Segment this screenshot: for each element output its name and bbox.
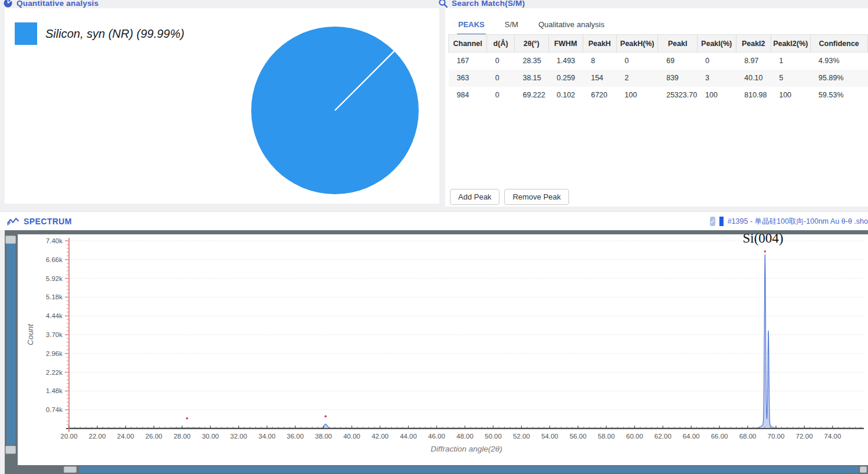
- svg-text:66.00: 66.00: [711, 433, 728, 440]
- svg-text:3.70k: 3.70k: [46, 331, 63, 338]
- tab-peaks[interactable]: PEAKS: [457, 17, 486, 35]
- svg-text:22.00: 22.00: [89, 433, 106, 440]
- peaks-table-container: Channeld(Å)2θ(°)FWHMPeakHPeakH(%)PeakIPe…: [448, 34, 868, 104]
- column-header: FWHM: [548, 35, 583, 53]
- svg-text:20.00: 20.00: [61, 433, 78, 440]
- table-header-row: Channeld(Å)2θ(°)FWHMPeakHPeakH(%)PeakIPe…: [449, 35, 868, 53]
- table-cell: 839: [658, 70, 697, 87]
- svg-text:Diffraction angle(2θ): Diffraction angle(2θ): [430, 444, 502, 453]
- svg-text:5.92k: 5.92k: [46, 275, 63, 282]
- svg-text:60.00: 60.00: [626, 433, 643, 440]
- svg-text:46.00: 46.00: [428, 433, 445, 440]
- search-match-panel: PEAKS S/M Qualitative analysis Channeld(…: [445, 8, 868, 207]
- spectrum-chart[interactable]: 0.74k1.48k2.22k2.96k3.70k4.44k5.18k5.92k…: [18, 234, 868, 465]
- svg-text:52.00: 52.00: [513, 433, 530, 440]
- horizontal-slider-bar[interactable]: [79, 466, 859, 473]
- quantitative-panel: Silicon, syn (NR) (99.99%): [5, 8, 439, 204]
- svg-text:2.96k: 2.96k: [46, 350, 63, 357]
- peaks-table: Channeld(Å)2θ(°)FWHMPeakHPeakH(%)PeakIPe…: [448, 34, 868, 104]
- svg-text:1.48k: 1.48k: [46, 387, 63, 394]
- spectrum-title: SPECTRUM: [24, 217, 72, 226]
- column-header: PeakI(%): [697, 35, 736, 53]
- svg-text:7.40k: 7.40k: [46, 237, 63, 244]
- pie-legend: Silicon, syn (NR) (99.99%): [15, 22, 185, 45]
- table-cell: 0: [487, 70, 515, 87]
- column-header: PeakI2: [736, 35, 771, 53]
- table-cell: 0.102: [548, 87, 583, 104]
- table-cell: 0: [697, 53, 736, 70]
- svg-text:68.00: 68.00: [739, 433, 757, 440]
- spectrum-wave-icon: [7, 217, 19, 225]
- table-cell: 25323.70: [658, 87, 697, 104]
- svg-text:58.00: 58.00: [598, 433, 615, 440]
- spectrum-legend-swatch: [719, 217, 723, 226]
- add-peak-button[interactable]: Add Peak: [450, 189, 499, 205]
- svg-text:30.00: 30.00: [202, 433, 219, 440]
- tab-bar: PEAKS S/M Qualitative analysis: [457, 17, 606, 35]
- spectrum-header: SPECTRUM ✓ #1395 - 单晶硅100取向-100nm Au θ-θ…: [0, 211, 868, 230]
- table-cell: 0: [487, 87, 515, 104]
- table-cell: 363: [449, 70, 487, 87]
- svg-text:34.00: 34.00: [258, 433, 275, 440]
- vertical-slider-bar[interactable]: [6, 244, 15, 444]
- table-cell: 2: [616, 70, 658, 87]
- table-cell: 69: [658, 53, 697, 70]
- spectrum-legend-label: #1395 - 单晶硅100取向-100nm Au θ-θ .sho: [728, 217, 868, 227]
- horizontal-slider-left-handle[interactable]: [64, 466, 77, 473]
- table-cell: 0: [487, 53, 515, 70]
- svg-text:28.00: 28.00: [173, 433, 190, 440]
- vertical-slider-bottom-handle[interactable]: [5, 446, 16, 454]
- svg-text:6.66k: 6.66k: [46, 256, 63, 263]
- spectrum-chart-container: 0.74k1.48k2.22k2.96k3.70k4.44k5.18k5.92k…: [18, 234, 868, 465]
- spectrum-title-group: SPECTRUM: [7, 217, 72, 226]
- pie-legend-label: Silicon, syn (NR) (99.99%): [45, 27, 185, 41]
- table-cell: 154: [583, 70, 616, 87]
- table-cell: 100: [616, 87, 658, 104]
- table-cell: 40.10: [736, 70, 771, 87]
- column-header: PeakI2(%): [771, 35, 810, 53]
- search-icon: [439, 0, 448, 8]
- spectrum-visibility-checkbox[interactable]: ✓: [710, 217, 715, 226]
- svg-text:50.00: 50.00: [485, 433, 502, 440]
- tab-sm[interactable]: S/M: [504, 17, 520, 35]
- horizontal-zoom-slider[interactable]: [5, 465, 868, 474]
- tab-qualitative-analysis[interactable]: Qualitative analysis: [537, 17, 606, 35]
- table-row[interactable]: 167028.351.493806908.9714.93%: [449, 53, 868, 70]
- horizontal-slider-right-handle[interactable]: [860, 466, 867, 473]
- svg-text:38.00: 38.00: [315, 433, 332, 440]
- table-cell: 59.53%: [810, 87, 867, 104]
- table-cell: 6720: [583, 87, 616, 104]
- vertical-slider-top-handle[interactable]: [5, 236, 16, 244]
- pie-legend-swatch: [15, 22, 37, 45]
- svg-text:44.00: 44.00: [400, 433, 417, 440]
- peak-annotation: Si(004): [732, 231, 794, 246]
- peak-buttons: Add Peak Remove Peak: [450, 189, 569, 205]
- table-cell: 810.98: [736, 87, 771, 104]
- svg-text:64.00: 64.00: [683, 433, 700, 440]
- table-cell: 100: [697, 87, 736, 104]
- pie-chart-icon: [4, 0, 12, 8]
- vertical-zoom-slider[interactable]: [5, 234, 18, 465]
- table-row[interactable]: 984069.2220.102672010025323.70100810.981…: [449, 87, 868, 104]
- svg-text:74.00: 74.00: [824, 433, 841, 440]
- table-cell: 8: [583, 53, 616, 70]
- column-header: PeakH(%): [616, 35, 658, 53]
- svg-text:Count: Count: [26, 323, 35, 345]
- svg-text:56.00: 56.00: [570, 433, 587, 440]
- search-match-panel-header: Search Match(S/M): [439, 0, 525, 8]
- column-header: PeakH: [583, 35, 616, 53]
- table-cell: 1: [771, 53, 810, 70]
- remove-peak-button[interactable]: Remove Peak: [504, 189, 569, 205]
- table-cell: 4.93%: [810, 53, 867, 70]
- svg-text:42.00: 42.00: [371, 433, 389, 440]
- table-cell: 3: [697, 70, 736, 87]
- table-cell: 984: [449, 87, 487, 104]
- column-header: 2θ(°): [514, 35, 548, 53]
- table-cell: 1.493: [548, 53, 583, 70]
- column-header: PeakI: [658, 35, 697, 53]
- table-row[interactable]: 363038.150.2591542839340.10595.89%: [449, 70, 868, 87]
- svg-text:70.00: 70.00: [768, 433, 785, 440]
- svg-text:24.00: 24.00: [117, 433, 134, 440]
- svg-text:2.22k: 2.22k: [46, 369, 63, 376]
- svg-text:72.00: 72.00: [796, 433, 813, 440]
